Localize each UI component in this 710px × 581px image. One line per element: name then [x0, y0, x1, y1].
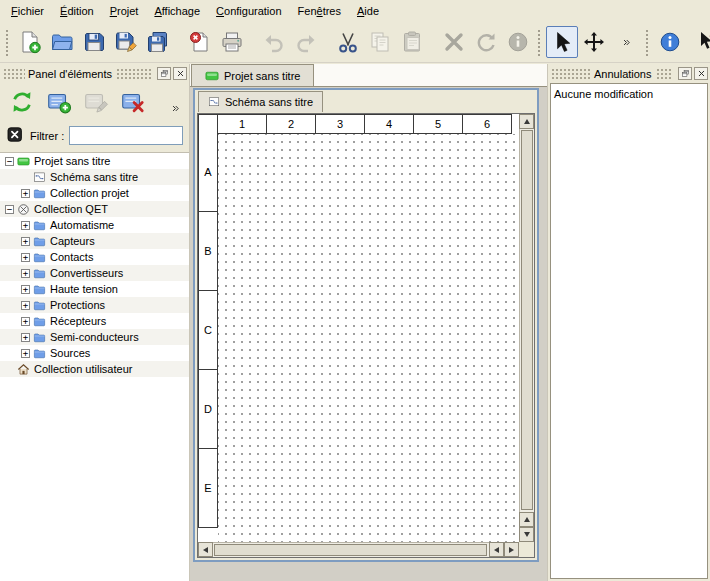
menu-edit[interactable]: Édition: [52, 0, 102, 22]
delete-button[interactable]: [438, 26, 470, 58]
tree-item-qet-collection[interactable]: −Collection QET: [0, 201, 189, 217]
row-label-B: B: [198, 211, 218, 291]
menu-windows[interactable]: Fenêtres: [290, 0, 349, 22]
tree-item-protections[interactable]: +Protections: [0, 297, 189, 313]
selection-mode-button[interactable]: [546, 26, 578, 58]
about-button[interactable]: [654, 26, 686, 58]
expand-toggle[interactable]: +: [21, 349, 30, 358]
clear-filter-button[interactable]: [6, 125, 25, 146]
toolbar-overflow-button[interactable]: [610, 26, 642, 58]
toolbar-grip[interactable]: [536, 28, 542, 56]
project-tab-label: Projet sans titre: [224, 70, 300, 82]
scroll-left-button[interactable]: [198, 542, 213, 557]
tree-item-project-untitled[interactable]: −Projet sans titre: [0, 153, 189, 169]
tree-item-contacts[interactable]: +Contacts: [0, 249, 189, 265]
tab-project-untitled[interactable]: Projet sans titre: [191, 64, 314, 86]
tab-diagram-untitled[interactable]: Schéma sans titre: [198, 91, 323, 112]
close-panel-button[interactable]: [694, 67, 708, 80]
expand-toggle[interactable]: +: [21, 221, 30, 230]
expand-toggle[interactable]: +: [21, 317, 30, 326]
save-all-button[interactable]: [142, 26, 174, 58]
tree-item-recepteurs[interactable]: +Récepteurs: [0, 313, 189, 329]
tree-item-diagram-untitled[interactable]: Schéma sans titre: [0, 169, 189, 185]
diagram-grid[interactable]: [218, 134, 519, 542]
undo-panel-title: Annulations: [594, 68, 652, 80]
expand-toggle[interactable]: +: [21, 301, 30, 310]
scroll-down-button[interactable]: [519, 527, 534, 542]
folder-icon: [33, 299, 46, 312]
horizontal-scrollbar[interactable]: [198, 542, 519, 557]
tree-item-convertisseurs[interactable]: +Convertisseurs: [0, 265, 189, 281]
filter-input[interactable]: [69, 126, 183, 145]
expand-toggle[interactable]: +: [21, 333, 30, 342]
dock-grip[interactable]: [3, 68, 25, 79]
undo-panel-header[interactable]: Annulations: [548, 64, 710, 82]
scroll-left-button[interactable]: [489, 542, 504, 557]
rotate-button[interactable]: [470, 26, 502, 58]
menu-settings[interactable]: Configuration: [208, 0, 289, 22]
new-project-button[interactable]: [14, 26, 46, 58]
close-file-icon: [188, 30, 212, 54]
toolbar-grip[interactable]: [644, 28, 650, 56]
scroll-up-button[interactable]: [519, 512, 534, 527]
edit-element-button[interactable]: [81, 87, 111, 117]
print-button[interactable]: [216, 26, 248, 58]
vertical-scrollbar[interactable]: [519, 114, 534, 542]
float-panel-button[interactable]: [157, 67, 171, 80]
undo-history-list[interactable]: Aucune modification: [550, 83, 708, 579]
collapse-toggle[interactable]: −: [5, 157, 14, 166]
float-panel-button[interactable]: [678, 67, 692, 80]
expand-toggle[interactable]: +: [21, 253, 30, 262]
new-element-button[interactable]: [44, 87, 74, 117]
folder-icon: [33, 267, 46, 280]
dock-grip[interactable]: [656, 68, 673, 79]
menu-project[interactable]: Projet: [102, 0, 147, 22]
pan-mode-button[interactable]: [578, 26, 610, 58]
diagram-view[interactable]: 123456 ABCDE: [197, 113, 535, 558]
expand-toggle[interactable]: +: [21, 189, 30, 198]
expand-toggle[interactable]: +: [21, 237, 30, 246]
menu-help[interactable]: Aide: [349, 0, 387, 22]
vertical-scroll-thumb[interactable]: [521, 130, 533, 510]
undo-button[interactable]: [258, 26, 290, 58]
conductor-info-button[interactable]: [502, 26, 534, 58]
tree-item-label: Collection utilisateur: [34, 363, 132, 375]
tree-item-automatisme[interactable]: +Automatisme: [0, 217, 189, 233]
row-label-C: C: [198, 290, 218, 370]
delete-element-button[interactable]: [118, 87, 148, 117]
open-project-button[interactable]: [46, 26, 78, 58]
dock-grip[interactable]: [116, 68, 151, 79]
close-project-button[interactable]: [184, 26, 216, 58]
cut-button[interactable]: [332, 26, 364, 58]
elements-panel-header[interactable]: Panel d'éléments: [0, 64, 189, 82]
menu-file[interactable]: Fichier: [3, 0, 52, 22]
expand-toggle[interactable]: +: [21, 285, 30, 294]
tree-item-user-collection[interactable]: Collection utilisateur: [0, 361, 189, 377]
dock-grip[interactable]: [551, 68, 591, 79]
scroll-up-button[interactable]: [519, 114, 534, 129]
row-label-D: D: [198, 369, 218, 449]
diagram-icon: [33, 171, 46, 184]
menu-view[interactable]: Affichage: [146, 0, 208, 22]
paste-button[interactable]: [396, 26, 428, 58]
save-button[interactable]: [78, 26, 110, 58]
save-as-button[interactable]: [110, 26, 142, 58]
expand-toggle[interactable]: +: [21, 269, 30, 278]
horizontal-scroll-thumb[interactable]: [214, 544, 487, 556]
reload-collections-button[interactable]: [7, 87, 37, 117]
tree-item-sources[interactable]: +Sources: [0, 345, 189, 361]
tree-item-label: Haute tension: [50, 283, 118, 295]
tree-item-haute-tension[interactable]: +Haute tension: [0, 281, 189, 297]
tree-item-project-collection[interactable]: +Collection projet: [0, 185, 189, 201]
panel-toolbar-overflow-button[interactable]: [169, 102, 182, 117]
tree-item-semi-conducteurs[interactable]: +Semi-conducteurs: [0, 329, 189, 345]
toolbar-grip[interactable]: [4, 28, 10, 56]
scroll-right-button[interactable]: [504, 542, 519, 557]
collapse-toggle[interactable]: −: [5, 205, 14, 214]
whats-this-button[interactable]: ?: [692, 26, 710, 58]
copy-button[interactable]: [364, 26, 396, 58]
redo-button[interactable]: [290, 26, 322, 58]
tree-item-capteurs[interactable]: +Capteurs: [0, 233, 189, 249]
close-panel-button[interactable]: [173, 67, 187, 80]
right-arrow-icon: [509, 547, 514, 553]
